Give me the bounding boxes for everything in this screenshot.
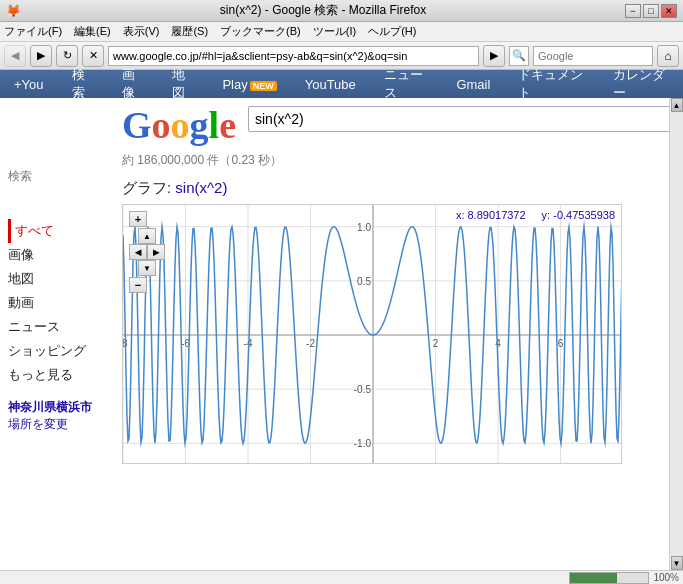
- result-count: 約 186,000,000 件（0.23 秒）: [122, 152, 657, 169]
- sidebar-item-images[interactable]: 画像: [8, 243, 102, 267]
- scroll-up-arrow[interactable]: ▲: [671, 98, 683, 112]
- sidebar-item-shopping[interactable]: ショッピング: [8, 339, 102, 363]
- pan-left-button[interactable]: ◀: [129, 244, 147, 260]
- scroll-track: [670, 112, 683, 556]
- pan-down-button[interactable]: ▼: [138, 260, 156, 276]
- menu-view[interactable]: 表示(V): [123, 24, 160, 39]
- menubar: ファイル(F) 編集(E) 表示(V) 履歴(S) ブックマーク(B) ツール(…: [0, 22, 683, 42]
- new-badge: NEW: [250, 81, 277, 91]
- sidebar: 検索 すべて 画像 地図 動画 ニュース ショッピング もっと見る 神奈川県横浜…: [0, 98, 110, 570]
- zoom-out-button[interactable]: −: [129, 277, 147, 293]
- content-area: 検索 すべて 画像 地図 動画 ニュース ショッピング もっと見る 神奈川県横浜…: [0, 98, 683, 570]
- close-button[interactable]: ✕: [661, 4, 677, 18]
- pan-right-button[interactable]: ▶: [147, 244, 165, 260]
- graph-controls: + ▲ ◀ ▶ ▼ −: [129, 211, 165, 293]
- nav-tab-play[interactable]: PlayNEW: [216, 73, 282, 96]
- minimize-button[interactable]: −: [625, 4, 641, 18]
- nav-tab-gmail[interactable]: Gmail: [450, 73, 496, 96]
- titlebar-icon: 🦊: [6, 4, 21, 18]
- main-search-input[interactable]: [248, 106, 669, 132]
- titlebar-title: sin(x^2) - Google 検索 - Mozilla Firefox: [21, 2, 625, 19]
- sidebar-item-more[interactable]: もっと見る: [8, 363, 102, 387]
- pan-up-button[interactable]: ▲: [138, 228, 156, 244]
- google-logo: Google: [122, 106, 236, 144]
- x-coord: x: 8.89017372: [456, 209, 526, 221]
- titlebar-controls: − □ ✕: [625, 4, 677, 18]
- sidebar-item-maps[interactable]: 地図: [8, 267, 102, 291]
- main-results-area: Google 約 186,000,000 件（0.23 秒） グラフ: sin(…: [110, 98, 669, 570]
- graph-canvas: [123, 205, 622, 464]
- menu-tools[interactable]: ツール(I): [313, 24, 356, 39]
- sidebar-item-all[interactable]: すべて: [8, 219, 102, 243]
- scroll-down-arrow[interactable]: ▼: [671, 556, 683, 570]
- go-button[interactable]: ▶: [483, 45, 505, 67]
- scrollbar[interactable]: ▲ ▼: [669, 98, 683, 570]
- zoom-level: 100%: [653, 572, 679, 583]
- menu-edit[interactable]: 編集(E): [74, 24, 111, 39]
- maximize-button[interactable]: □: [643, 4, 659, 18]
- statusbar: 100%: [0, 570, 683, 584]
- graph-container: + ▲ ◀ ▶ ▼ − x: 8.89017372 y: -0.47535938: [122, 204, 622, 464]
- search-label: 検索: [8, 168, 102, 185]
- sidebar-item-video[interactable]: 動画: [8, 291, 102, 315]
- menu-file[interactable]: ファイル(F): [4, 24, 62, 39]
- y-coord: y: -0.47535938: [542, 209, 615, 221]
- menu-history[interactable]: 履歴(S): [171, 24, 208, 39]
- google-header: Google: [122, 106, 657, 144]
- menu-help[interactable]: ヘルプ(H): [368, 24, 416, 39]
- titlebar: 🦊 sin(x^2) - Google 検索 - Mozilla Firefox…: [0, 0, 683, 22]
- search-bar-area: [248, 106, 669, 132]
- back-button[interactable]: ◀: [4, 45, 26, 67]
- sidebar-location[interactable]: 神奈川県横浜市: [8, 399, 102, 416]
- graph-function-label: sin(x^2): [175, 179, 227, 196]
- menu-bookmarks[interactable]: ブックマーク(B): [220, 24, 301, 39]
- zoom-in-button[interactable]: +: [129, 211, 147, 227]
- graph-arrows: ▲ ◀ ▶ ▼: [129, 228, 165, 276]
- graph-title: グラフ: sin(x^2): [122, 179, 657, 198]
- pan-lr-row: ◀ ▶: [129, 244, 165, 260]
- sidebar-item-news[interactable]: ニュース: [8, 315, 102, 339]
- nav-tabs: +You 検索 画像 地図 PlayNEW YouTube ニュース Gmail…: [0, 70, 683, 98]
- forward-button[interactable]: ▶: [30, 45, 52, 67]
- graph-section: グラフ: sin(x^2) + ▲ ◀ ▶ ▼ −: [122, 179, 657, 464]
- nav-tab-plus-you[interactable]: +You: [8, 73, 50, 96]
- graph-coords: x: 8.89017372 y: -0.47535938: [456, 209, 615, 221]
- nav-tab-youtube[interactable]: YouTube: [299, 73, 362, 96]
- google-icon: 🔍: [512, 49, 526, 62]
- progress-bar: [569, 572, 649, 584]
- sidebar-location-change[interactable]: 場所を変更: [8, 416, 102, 433]
